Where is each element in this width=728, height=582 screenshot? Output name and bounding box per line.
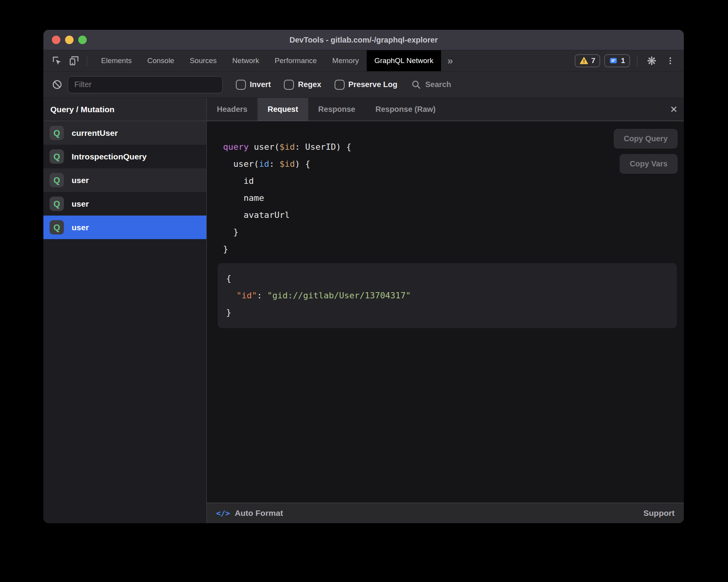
auto-format-control[interactable]: </> Auto Format — [216, 508, 283, 518]
main-tab-bar: Elements Console Sources Network Perform… — [43, 50, 684, 72]
tab-memory[interactable]: Memory — [325, 50, 367, 71]
copy-vars-button[interactable]: Copy Vars — [620, 154, 678, 174]
close-panel-icon[interactable]: ✕ — [670, 98, 678, 121]
query-type-badge: Q — [50, 126, 64, 140]
tab-network[interactable]: Network — [225, 50, 267, 71]
tab-elements[interactable]: Elements — [93, 50, 139, 71]
title-bar: DevTools - gitlab.com/-/graphql-explorer — [43, 30, 684, 50]
badge-separator — [637, 55, 637, 66]
invert-label: Invert — [250, 80, 271, 89]
query-type-badge: Q — [50, 173, 64, 187]
query-row-label: IntrospectionQuery — [72, 152, 147, 161]
sidebar-header: Query / Mutation — [43, 98, 206, 121]
warning-triangle-icon — [580, 56, 588, 65]
detail-tab-bar: Headers Request Response Response (Raw) … — [207, 98, 684, 121]
more-tabs-chevron-icon[interactable]: » — [441, 50, 459, 71]
regex-checkbox-group[interactable]: Regex — [284, 80, 321, 90]
window-title: DevTools - gitlab.com/-/graphql-explorer — [43, 36, 684, 45]
query-row-introspectionQuery[interactable]: Q IntrospectionQuery — [43, 145, 206, 168]
toolbar-separator — [87, 55, 87, 66]
code-brackets-icon: </> — [216, 508, 230, 518]
invert-checkbox-group[interactable]: Invert — [236, 80, 271, 90]
warnings-count: 7 — [591, 56, 596, 65]
invert-checkbox[interactable] — [236, 80, 246, 90]
query-row-label: user — [72, 223, 89, 232]
query-list-sidebar: Query / Mutation Q currentUser Q Introsp… — [43, 98, 207, 523]
tab-request[interactable]: Request — [258, 98, 308, 121]
filter-input[interactable] — [68, 76, 223, 93]
query-type-badge: Q — [50, 197, 64, 211]
request-detail-panel: Headers Request Response Response (Raw) … — [207, 98, 684, 523]
tab-graphql-network[interactable]: GraphQL Network — [367, 50, 441, 71]
query-row-user-2[interactable]: Q user — [43, 192, 206, 216]
device-toolbar-icon[interactable] — [67, 53, 81, 68]
tab-response[interactable]: Response — [308, 98, 366, 121]
auto-format-label: Auto Format — [235, 508, 283, 518]
query-row-label: user — [72, 176, 89, 185]
regex-checkbox[interactable] — [284, 80, 294, 90]
query-type-badge: Q — [50, 149, 64, 164]
query-row-user-1[interactable]: Q user — [43, 168, 206, 192]
kebab-menu-icon[interactable] — [663, 53, 678, 68]
preserve-log-checkbox-group[interactable]: Preserve Log — [335, 80, 398, 90]
search-icon — [411, 80, 421, 90]
query-code: query user($id: UserID) { user(id: $id) … — [207, 121, 684, 258]
clear-block-icon[interactable] — [52, 79, 62, 90]
issues-message-icon — [609, 56, 618, 65]
query-type-badge: Q — [50, 220, 64, 235]
issues-badge[interactable]: 1 — [604, 54, 630, 67]
settings-gear-icon[interactable] — [644, 53, 659, 68]
filter-bar: Invert Regex Preserve Log Search — [43, 72, 684, 98]
query-row-label: currentUser — [72, 128, 118, 138]
warnings-badge[interactable]: 7 — [575, 54, 601, 67]
vars-code: { "id": "gid://gitlab/User/13704317"} — [218, 263, 677, 328]
query-row-label: user — [72, 199, 89, 209]
inspect-element-icon[interactable] — [50, 53, 64, 68]
query-row-currentUser[interactable]: Q currentUser — [43, 121, 206, 145]
search-label: Search — [425, 80, 451, 89]
copy-query-button[interactable]: Copy Query — [614, 129, 678, 149]
support-link[interactable]: Support — [644, 508, 675, 517]
preserve-log-label: Preserve Log — [349, 80, 398, 89]
devtools-window: DevTools - gitlab.com/-/graphql-explorer… — [43, 30, 684, 523]
tab-headers[interactable]: Headers — [207, 98, 258, 121]
search-control[interactable]: Search — [411, 80, 451, 90]
panel-footer: </> Auto Format Support — [207, 503, 684, 523]
tab-console[interactable]: Console — [139, 50, 182, 71]
tab-performance[interactable]: Performance — [267, 50, 325, 71]
tab-response-raw[interactable]: Response (Raw) — [365, 98, 446, 121]
query-row-user-3-selected[interactable]: Q user — [43, 216, 206, 239]
preserve-log-checkbox[interactable] — [335, 80, 345, 90]
regex-label: Regex — [298, 80, 321, 89]
tab-sources[interactable]: Sources — [182, 50, 225, 71]
issues-count: 1 — [621, 56, 625, 65]
request-code-area: query user($id: UserID) { user(id: $id) … — [207, 121, 684, 503]
